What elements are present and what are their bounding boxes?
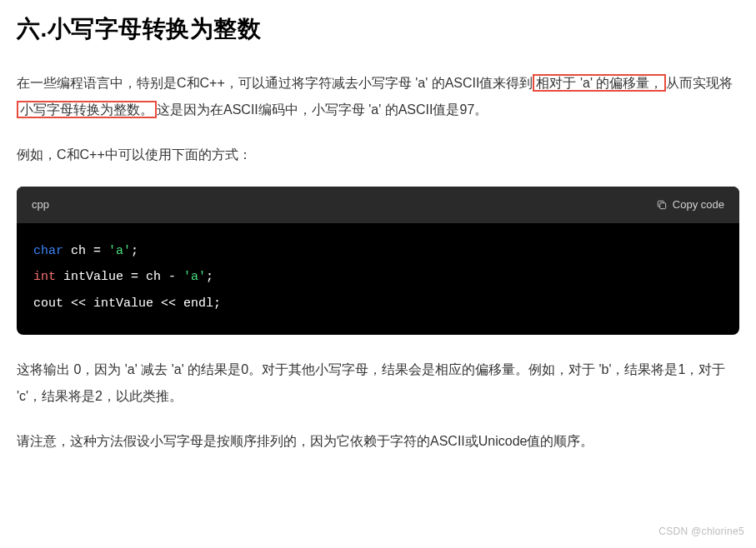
copy-icon xyxy=(656,199,668,211)
code-line3: cout << intValue << endl; xyxy=(33,296,221,311)
code-line1-end: ; xyxy=(131,244,138,258)
code-string-a1: 'a' xyxy=(108,244,131,258)
copy-code-button[interactable]: Copy code xyxy=(656,195,724,214)
page-title: 六.小写字母转换为整数 xyxy=(17,8,739,50)
code-line1-rest: ch = xyxy=(63,244,108,258)
para1-text3: 这是因为在ASCII编码中，小写字母 'a' 的ASCII值是97。 xyxy=(157,102,488,117)
highlight-convert: 小写字母转换为整数。 xyxy=(17,101,157,118)
para1-text1: 在一些编程语言中，特别是C和C++，可以通过将字符减去小写字母 'a' 的ASC… xyxy=(17,76,533,90)
code-string-a2: 'a' xyxy=(183,270,206,284)
intro-paragraph: 在一些编程语言中，特别是C和C++，可以通过将字符减去小写字母 'a' 的ASC… xyxy=(17,70,739,123)
code-line2-end: ; xyxy=(206,270,213,284)
code-line2-rest: intValue = ch - xyxy=(56,270,183,284)
highlight-offset: 相对于 'a' 的偏移量， xyxy=(533,74,666,92)
example-intro: 例如，C和C++中可以使用下面的方式： xyxy=(17,142,739,168)
output-explanation: 这将输出 0，因为 'a' 减去 'a' 的结果是0。对于其他小写字母，结果会是… xyxy=(17,356,739,410)
svg-rect-0 xyxy=(660,203,666,209)
code-block: cpp Copy code char ch = 'a'; int intValu… xyxy=(17,187,739,335)
para1-text2: 从而实现将 xyxy=(666,76,733,90)
code-keyword-char: char xyxy=(33,244,63,258)
code-keyword-int: int xyxy=(33,270,56,284)
code-language-label: cpp xyxy=(32,195,49,214)
note-paragraph: 请注意，这种方法假设小写字母是按顺序排列的，因为它依赖于字符的ASCII或Uni… xyxy=(17,428,739,455)
code-header: cpp Copy code xyxy=(17,187,739,222)
code-body: char ch = 'a'; int intValue = ch - 'a'; … xyxy=(17,223,739,336)
copy-code-label: Copy code xyxy=(673,195,724,214)
